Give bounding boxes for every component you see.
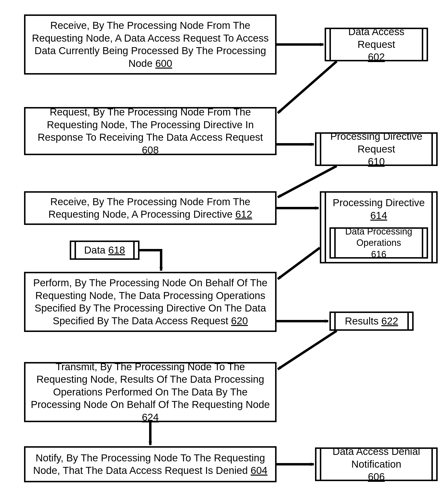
data-602-num: 602 [368,51,385,62]
step-600-text: Receive, By The Processing Node From The… [32,20,269,69]
data-606-num: 606 [368,471,385,482]
step-600: Receive, By The Processing Node From The… [24,14,276,75]
step-604: Notify, By The Processing Node To The Re… [24,446,276,482]
data-622: Results 622 [329,312,414,331]
data-622-label: Results [345,315,379,327]
svg-line-8 [278,331,337,369]
step-608-num: 608 [142,144,159,156]
data-606: Data Access Denial Notification 606 [315,447,438,481]
data-622-num: 622 [381,315,398,327]
svg-line-6 [278,248,320,279]
data-606-label: Data Access Denial Notification [333,446,420,470]
step-612-text: Receive, By The Processing Node From The… [48,196,250,220]
data-610-label: Processing Directive Request [330,131,422,155]
step-604-text: Notify, By The Processing Node To The Re… [33,452,265,476]
step-604-num: 604 [250,465,267,476]
data-618-num: 618 [108,245,125,256]
step-620-num: 620 [231,315,248,326]
step-612-num: 612 [235,209,252,220]
data-602: Data Access Request 602 [325,28,428,61]
data-616: Data Processing Operations 616 [329,227,428,259]
step-608-text: Request, By The Processing Node From The… [38,106,263,143]
step-624-num: 624 [142,411,159,423]
step-624-text: Transmit, By The Processing Node To The … [31,361,270,410]
data-618: Data 618 [70,241,139,260]
step-612: Receive, By The Processing Node From The… [24,191,276,225]
data-616-label: Data Processing Operations [345,226,413,248]
data-618-label: Data [84,245,106,256]
flowchart-canvas: Receive, By The Processing Node From The… [0,0,448,490]
step-620: Perform, By The Processing Node On Behal… [24,272,276,332]
svg-line-2 [278,61,337,113]
step-600-num: 600 [155,58,172,69]
step-608: Request, By The Processing Node From The… [24,107,276,155]
data-610: Processing Directive Request 610 [315,132,438,166]
data-616-num: 616 [371,249,386,259]
data-610-num: 610 [368,156,385,167]
data-614-num: 614 [370,210,387,221]
data-602-label: Data Access Request [348,26,404,50]
step-624: Transmit, By The Processing Node To The … [24,362,276,422]
data-614-label: Processing Directive [333,197,425,208]
